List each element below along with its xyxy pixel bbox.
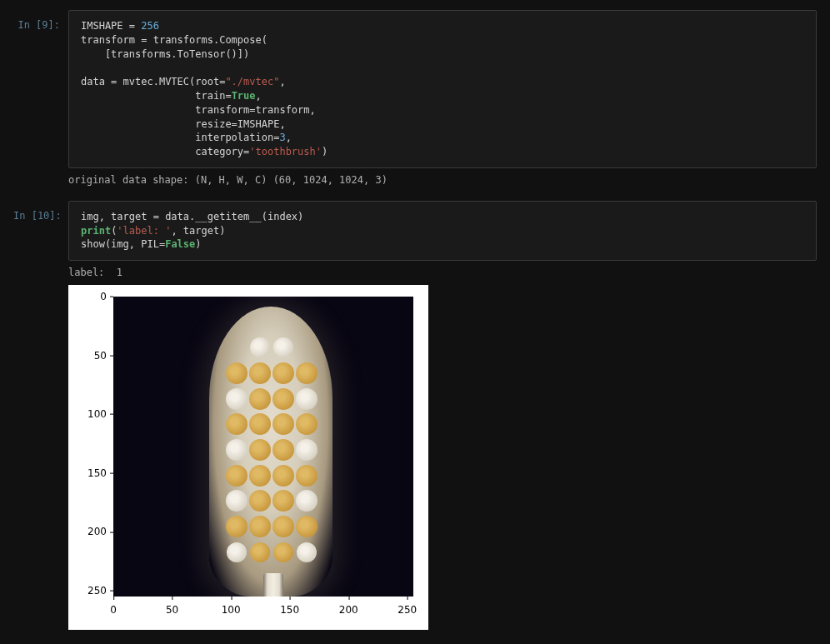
matplotlib-figure: 0 50 100 150 200 250 0 50 100 150 200 25… [68, 285, 428, 630]
bristle-tuft [249, 516, 271, 537]
ytick-150: 150 [88, 466, 107, 480]
xtick-150: 150 [280, 603, 299, 617]
bristle-tuft [226, 413, 248, 435]
cell-10-output: label: 1 0 50 100 150 200 250 [68, 264, 817, 640]
bristle-tuft [249, 388, 271, 410]
bristle-tuft [296, 490, 318, 512]
toothbrush-handle [263, 573, 283, 597]
cell-10-out-prompt [13, 264, 68, 272]
ytick-200: 200 [88, 525, 107, 539]
bristle-tuft [272, 439, 294, 461]
bristle-tuft [272, 490, 294, 512]
bristle-tuft [296, 516, 318, 537]
cell-10-output-row: label: 1 0 50 100 150 200 250 [13, 264, 817, 640]
bristle-tuft [296, 439, 318, 461]
bristle-tuft [272, 465, 294, 487]
output-label-text: label: 1 [68, 266, 817, 280]
bristle-field [225, 335, 318, 565]
bristle-tuft [296, 465, 318, 487]
ytick-0: 0 [100, 290, 107, 304]
cell-9-prompt: In [9]: [13, 10, 68, 32]
cell-10-prompt: In [10]: [13, 201, 68, 223]
bristle-tuft [272, 388, 294, 410]
bristle-tuft [249, 465, 271, 487]
cell-9-output: original data shape: (N, H, W, C) (60, 1… [68, 172, 817, 197]
bristle-tuft [226, 490, 248, 512]
cell-9-input-row: In [9]: IMSHAPE = 256 transform = transf… [13, 10, 817, 168]
bristle-tuft [272, 516, 294, 537]
xtick-50: 50 [166, 603, 178, 617]
ytick-250: 250 [88, 583, 107, 597]
cell-9-output-text: original data shape: (N, H, W, C) (60, 1… [68, 173, 817, 187]
bristle-tuft [226, 516, 248, 537]
bristle-tuft [249, 362, 271, 384]
cell-9-code[interactable]: IMSHAPE = 256 transform = transforms.Com… [68, 10, 817, 168]
notebook: In [9]: IMSHAPE = 256 transform = transf… [0, 0, 830, 644]
bristle-tuft [249, 490, 271, 512]
image-content [113, 297, 413, 597]
bristle-tuft [273, 542, 293, 562]
bristle-tuft [296, 413, 318, 435]
ytick-50: 50 [94, 348, 107, 362]
cell-10-code[interactable]: img, target = data.__getitem__(index) pr… [68, 201, 817, 261]
xtick-100: 100 [222, 603, 241, 617]
cell-9-output-row: original data shape: (N, H, W, C) (60, 1… [13, 172, 817, 197]
ytick-100: 100 [88, 407, 107, 422]
bristle-tuft [249, 439, 271, 461]
bristle-tuft [297, 542, 317, 562]
cell-9-out-prompt [13, 172, 68, 180]
bristle-tuft [226, 362, 248, 384]
bristle-tuft [250, 337, 270, 357]
bristle-tuft [272, 413, 294, 435]
bristle-tuft [249, 413, 271, 435]
bristle-tuft [296, 388, 318, 410]
xtick-0: 0 [110, 603, 117, 617]
bristle-tuft [226, 439, 248, 461]
bristle-tuft [272, 362, 294, 384]
bristle-tuft [227, 542, 247, 562]
bristle-tuft [250, 542, 270, 562]
xtick-200: 200 [339, 603, 358, 617]
bristle-tuft [226, 388, 248, 410]
cell-10-input-row: In [10]: img, target = data.__getitem__(… [13, 201, 817, 261]
bristle-tuft [296, 362, 318, 384]
bristle-tuft [226, 465, 248, 487]
xtick-250: 250 [398, 603, 417, 617]
matplotlib-axes: 0 50 100 150 200 250 0 50 100 150 200 25… [113, 297, 413, 597]
bristle-tuft [273, 337, 293, 357]
